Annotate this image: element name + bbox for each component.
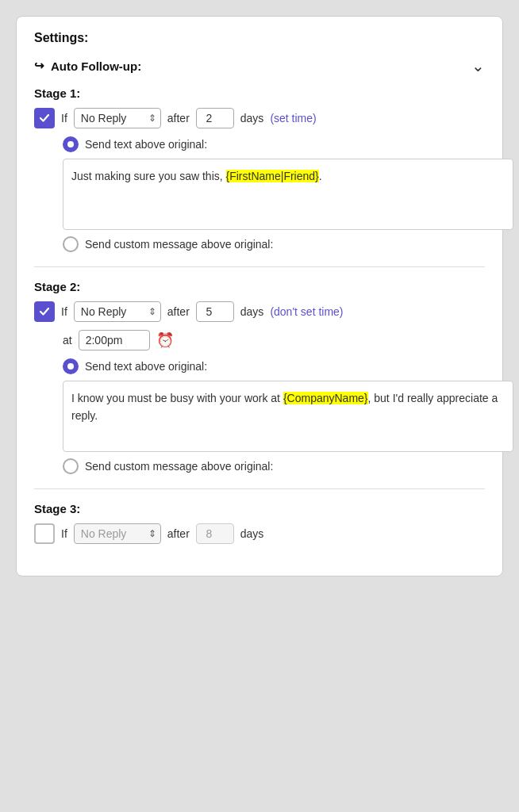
stage-2-checkbox[interactable]	[34, 301, 55, 322]
stage-2-after-label: after	[167, 305, 190, 318]
clock-icon: ⏰	[156, 331, 174, 349]
stage-1-after-label: after	[167, 112, 190, 124]
stage-3-row: If No Reply Opened Clicked after days	[34, 523, 485, 544]
arrow-icon: ↪	[34, 59, 44, 73]
stage-3-days-label: days	[240, 527, 264, 540]
stage-3-condition-wrapper[interactable]: No Reply Opened Clicked	[74, 523, 161, 544]
stage-3-checkbox[interactable]	[34, 523, 55, 544]
stage-3-section: Stage 3: If No Reply Opened Clicked afte…	[34, 502, 485, 544]
stage-1-section: Stage 1: If No Reply Opened Clicked afte…	[34, 86, 485, 252]
stage-1-send-custom-radio[interactable]	[63, 236, 79, 252]
auto-followup-text: Auto Follow-up:	[51, 59, 141, 73]
stage-1-send-text-label: Send text above original:	[85, 138, 207, 151]
auto-followup-label: ↪ Auto Follow-up:	[34, 59, 141, 73]
auto-followup-header: ↪ Auto Follow-up: ⌄	[34, 56, 485, 75]
stage-2-send-text-radio[interactable]	[63, 358, 79, 374]
stage-3-if-label: If	[61, 527, 67, 540]
stage-2-section: Stage 2: If No Reply Opened Clicked afte…	[34, 280, 485, 474]
stage-1-send-custom-option[interactable]: Send custom message above original:	[63, 236, 485, 252]
stage-1-send-custom-label: Send custom message above original:	[85, 238, 273, 251]
stage-1-days-input[interactable]	[196, 108, 234, 128]
stage-2-send-text-radio-inner	[67, 363, 74, 370]
stage-1-send-text-option[interactable]: Send text above original:	[63, 136, 485, 152]
settings-container: Settings: ↪ Auto Follow-up: ⌄ Stage 1: I…	[16, 16, 503, 576]
stage-2-days-label: days	[240, 305, 264, 318]
stage-2-highlight: {CompanyName}	[283, 392, 368, 404]
stage-1-days-label: days	[240, 112, 264, 124]
stage-2-row: If No Reply Opened Clicked after days (d…	[34, 301, 485, 322]
stage-3-condition-select[interactable]: No Reply Opened Clicked	[74, 523, 161, 544]
stage-1-row: If No Reply Opened Clicked after days (s…	[34, 108, 485, 128]
stage-1-textarea[interactable]: Just making sure you saw this, {FirstNam…	[63, 159, 513, 230]
chevron-down-icon[interactable]: ⌄	[471, 56, 485, 75]
stage-2-if-label: If	[61, 305, 67, 318]
stage-2-send-custom-option[interactable]: Send custom message above original:	[63, 458, 485, 474]
stage-2-time-input[interactable]	[79, 330, 150, 350]
stage-1-title: Stage 1:	[34, 86, 485, 100]
stage-2-set-time-link[interactable]: (don't set time)	[270, 305, 343, 318]
stage-1-if-label: If	[61, 112, 67, 124]
stage-2-textarea[interactable]: I know you must be busy with your work a…	[63, 381, 513, 452]
stage-2-at-label: at	[63, 334, 72, 347]
stage-2-condition-wrapper[interactable]: No Reply Opened Clicked	[74, 301, 161, 322]
stage-2-condition-select[interactable]: No Reply Opened Clicked	[74, 301, 161, 322]
stage-1-condition-select[interactable]: No Reply Opened Clicked	[74, 108, 161, 128]
stage-3-days-input[interactable]	[196, 523, 234, 544]
stage-2-title: Stage 2:	[34, 280, 485, 293]
stage-1-condition-wrapper[interactable]: No Reply Opened Clicked	[74, 108, 161, 128]
stage-1-set-time-link[interactable]: (set time)	[270, 112, 316, 124]
stage-1-highlight: {FirstName|Friend}	[226, 170, 319, 182]
stage-3-title: Stage 3:	[34, 502, 485, 515]
settings-title: Settings:	[34, 31, 485, 45]
stage-2-send-text-label: Send text above original:	[85, 360, 207, 373]
stage-1-send-text-radio-inner	[67, 141, 74, 147]
stage-2-days-input[interactable]	[196, 301, 234, 322]
stage-1-send-text-radio[interactable]	[63, 136, 79, 152]
stage-2-send-text-option[interactable]: Send text above original:	[63, 358, 485, 374]
stage-2-time-row: at ⏰	[63, 330, 485, 350]
stage-2-send-custom-radio[interactable]	[63, 458, 79, 474]
stage-2-send-custom-label: Send custom message above original:	[85, 460, 273, 473]
stage-3-after-label: after	[167, 527, 190, 540]
divider-1	[34, 266, 485, 267]
divider-2	[34, 488, 485, 489]
stage-1-checkbox[interactable]	[34, 108, 55, 128]
